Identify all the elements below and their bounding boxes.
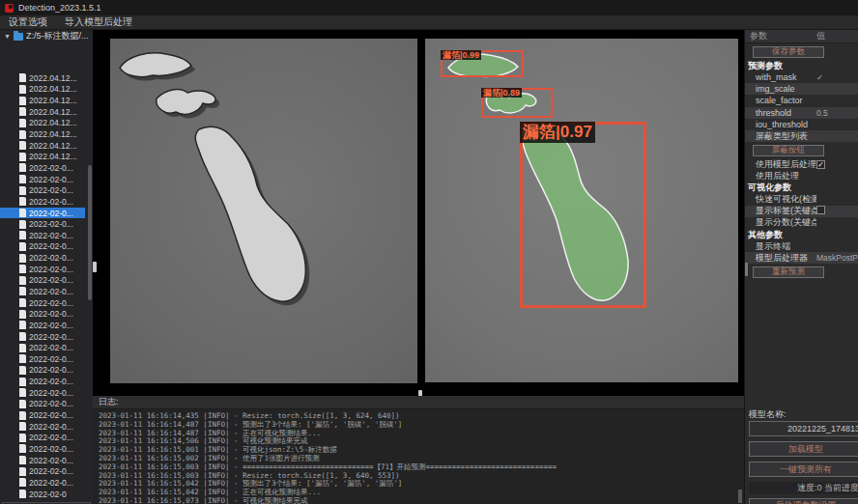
tree-item[interactable]: 2022-02-0... (0, 387, 85, 399)
file-icon (19, 242, 26, 251)
tree-item[interactable]: 2022-02-0... (0, 208, 85, 219)
tree-item[interactable]: 2022-02-0... (0, 174, 85, 185)
tree-item[interactable]: 2022-02-0... (0, 184, 85, 196)
tree-item-label: 2022-02-0... (29, 388, 73, 398)
file-icon (19, 73, 26, 82)
tree-item[interactable]: 2022-02-0... (0, 365, 85, 377)
tree-item[interactable]: 2022-02-0... (0, 218, 85, 230)
load-model-button[interactable]: 加载模型 (749, 441, 858, 457)
file-icon (19, 366, 26, 375)
predict-all-button[interactable]: 一键预测所有 (749, 462, 858, 477)
param-value: ✓ (816, 159, 858, 169)
app-window: Detection_2023.1.5.1 设置选项 导入模型后处理 ▼ Z:/5… (0, 0, 858, 504)
parameters-panel: 参数 值 保存参数预测参数with_mask✓img_scalescale_fa… (744, 30, 858, 504)
param-label: 显示分数(关键点) (745, 216, 816, 229)
menu-bar: 设置选项 导入模型后处理 (0, 15, 858, 30)
file-icon (19, 298, 26, 307)
param-row[interactable]: 模型后处理器MaskPostPro (745, 252, 858, 264)
tree-item-label: 2022-02-0... (29, 298, 73, 308)
menu-import-postprocess[interactable]: 导入模型后处理 (65, 15, 132, 29)
tree-item-label: 2022-02-0... (29, 241, 73, 251)
param-row[interactable]: 屏蔽类型列表 (745, 130, 858, 142)
tree-item[interactable]: 2022.04.12... (0, 128, 85, 140)
tree-item[interactable]: 2022-02-0... (0, 433, 85, 444)
param-row[interactable]: with_mask✓ (745, 71, 858, 83)
tree-item[interactable]: 2022-02-0... (0, 264, 85, 275)
param-row[interactable]: 使用后处理 (745, 170, 858, 182)
tree-item[interactable]: 2022.04.12... (0, 151, 85, 162)
tree-item[interactable]: 2022-02-0... (0, 399, 85, 410)
tree-item[interactable]: 2022-02-0... (0, 230, 85, 241)
tree-item-label: 2022-02-0... (29, 185, 73, 195)
tree-item[interactable]: 2022-02-0... (0, 465, 85, 477)
sidebar-scrollbar[interactable] (88, 165, 92, 300)
file-icon (19, 467, 26, 476)
tree-item[interactable]: 2022-02-0... (0, 477, 85, 489)
tree-item[interactable]: 2022-02-0... (0, 353, 85, 365)
param-row[interactable]: 使用模型后处理✓ (745, 158, 858, 170)
log-line: 2023-01-11 16:16:15,002 |INFO| - 使用了1张图片… (99, 454, 744, 462)
param-row[interactable]: 显示终端 (745, 240, 858, 252)
tree-expand-icon[interactable]: ▼ (4, 33, 11, 40)
tree-item[interactable]: 2022.04.12... (0, 118, 85, 129)
menu-settings[interactable]: 设置选项 (9, 15, 47, 29)
file-tree-sidebar: ▼ Z:/5-标注数据/... 2022.04.12...2022.04.12.… (0, 30, 93, 504)
raw-image-panel[interactable] (110, 39, 417, 383)
tree-item[interactable]: 2022-02-0... (0, 162, 85, 174)
param-button[interactable]: 保存参数 (753, 46, 824, 58)
tree-item[interactable]: 2022-02-0... (0, 376, 85, 387)
param-row[interactable]: threshold0.5 (745, 107, 858, 119)
left-splitter-handle[interactable] (93, 262, 97, 272)
param-table-header: 参数 值 (745, 30, 858, 43)
postprocess-settings-button[interactable]: 后处理参数设置 (749, 498, 858, 504)
tree-item-label: 2022-02-0... (29, 332, 73, 342)
prediction-image-panel[interactable]: 漏箔|0.99漏箔|0.89漏箔|0.97 (425, 39, 738, 382)
params-scrollbar[interactable] (745, 263, 748, 276)
tree-item-label: 2022-02-0 (29, 490, 67, 499)
log-scrollbar[interactable] (738, 490, 742, 503)
tree-item[interactable]: 2022-02-0... (0, 297, 85, 309)
checkbox-checked[interactable]: ✓ (816, 160, 825, 169)
param-label: 快速可视化(检测) (745, 193, 816, 206)
param-label: scale_factor (745, 96, 816, 105)
tree-item[interactable]: 2022-02-0... (0, 409, 85, 421)
tree-item[interactable]: 2022-02-0... (0, 252, 85, 264)
tree-item[interactable]: 2022-02-0... (0, 331, 85, 343)
tree-item[interactable]: 2022-02-0... (0, 241, 85, 253)
tree-item[interactable]: 2022.04.12... (0, 72, 85, 84)
param-label: threshold (745, 108, 816, 118)
tree-item[interactable]: 2022-02-0... (0, 308, 85, 320)
tree-item[interactable]: 2022-02-0 (0, 489, 85, 500)
tree-item[interactable]: 2022.04.12... (0, 84, 85, 96)
tree-item[interactable]: 2022-02-0... (0, 275, 85, 287)
param-row[interactable]: scale_factor (745, 95, 858, 106)
param-label: 模型后处理器 (745, 252, 816, 265)
param-row[interactable]: iou_threshold (745, 119, 858, 130)
tree-item-label: 2022-02-0... (29, 377, 73, 386)
tree-item[interactable]: 2022-02-0... (0, 421, 85, 433)
tree-item-label: 2022-02-0... (29, 163, 73, 173)
tree-item[interactable]: 2022.04.12... (0, 95, 85, 106)
tree-item-label: 2022.04.12... (29, 84, 77, 94)
param-value: ✓ (816, 72, 858, 82)
tree-root-node[interactable]: ▼ Z:/5-标注数据/... (0, 30, 93, 42)
param-section-label: 可视化参数 (745, 182, 858, 194)
param-row[interactable]: 显示标签(关键点) (745, 206, 858, 217)
param-row[interactable]: 显示分数(关键点) (745, 217, 858, 229)
model-name-field[interactable]: 20221225_174813 (749, 421, 858, 436)
tree-item[interactable]: 2022-02-0... (0, 443, 85, 455)
tree-item[interactable]: 2022-02-0... (0, 286, 85, 297)
param-button[interactable]: 重新预测 (753, 266, 824, 278)
file-icon (19, 456, 26, 464)
param-row[interactable]: img_scale (745, 83, 858, 95)
checkbox-unchecked[interactable] (816, 206, 825, 214)
log-lines[interactable]: 2023-01-11 16:16:14,435 |INFO| - Resize:… (93, 409, 744, 504)
tree-item[interactable]: 2022-02-0... (0, 196, 85, 208)
tree-item[interactable]: 2022-02-0... (0, 320, 85, 331)
tree-item[interactable]: 2022.04.12... (0, 106, 85, 118)
tree-item[interactable]: 2022.04.12... (0, 140, 85, 152)
param-row[interactable]: 快速可视化(检测) (745, 194, 858, 206)
tree-item[interactable]: 2022-02-0... (0, 455, 85, 466)
param-button[interactable]: 屏蔽按钮 (753, 145, 824, 156)
tree-item[interactable]: 2022-02-0... (0, 342, 85, 353)
